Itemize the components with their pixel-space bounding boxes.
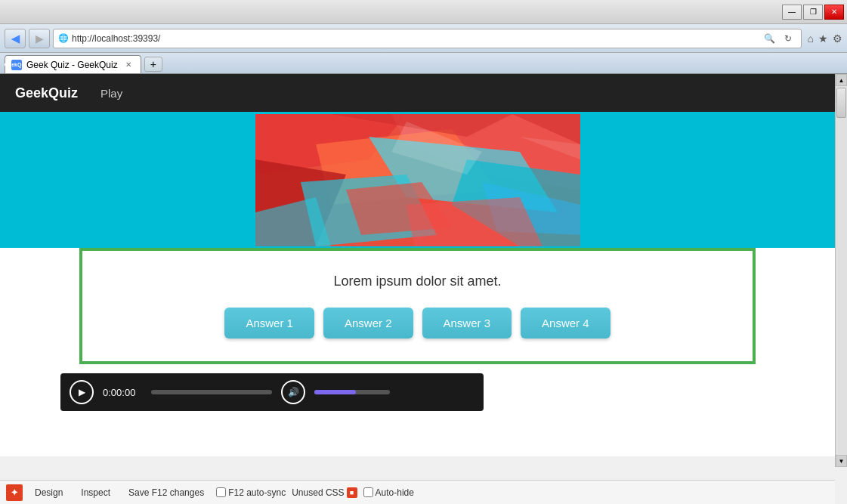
unused-css-label: Unused CSS [292, 487, 344, 498]
media-player: ▶ 0:00:00 🔊 [60, 373, 484, 411]
devtools-save-button[interactable]: Save F12 changes [122, 486, 210, 499]
restore-button[interactable]: ❐ [803, 5, 823, 20]
browser-right-icons: ⌂ ★ ⚙ [808, 32, 842, 45]
devtools-bar: ✦ Design Inspect Save F12 changes F12 au… [0, 480, 835, 504]
quiz-question: Lorem ipsum dolor sit amet. [333, 274, 501, 289]
tab-label: Geek Quiz - GeekQuiz [26, 60, 118, 70]
app-navbar: GeekQuiz Play [0, 74, 835, 112]
window-controls: — ❐ ✕ [782, 5, 844, 20]
nav-link-play[interactable]: Play [100, 87, 122, 100]
volume-button[interactable]: 🔊 [281, 380, 305, 404]
scroll-thumb[interactable] [836, 88, 846, 118]
tab-close-button[interactable]: ✕ [122, 59, 134, 71]
content-wrapper: GeekQuiz Play [0, 74, 835, 456]
favorites-icon[interactable]: ★ [818, 32, 828, 45]
app-brand: GeekQuiz [15, 85, 78, 101]
address-text: http://localhost:39393/ [72, 33, 759, 44]
address-icon: 🌐 [58, 33, 69, 43]
unused-css-wrapper: Unused CSS ■ [292, 487, 357, 498]
scrollbar: ▲ ▼ [835, 74, 847, 467]
browser-navbar: ◀ ▶ 🌐 http://localhost:39393/ 🔍 ↻ ⌂ ★ ⚙ [0, 24, 847, 53]
volume-bar[interactable] [314, 390, 390, 394]
answer-2-button[interactable]: Answer 2 [323, 308, 413, 339]
forward-button[interactable]: ▶ [29, 29, 50, 48]
devtools-design-button[interactable]: Design [29, 486, 69, 499]
progress-bar[interactable] [151, 390, 272, 394]
tab-favicon: GeekQuiz [11, 60, 22, 70]
search-button[interactable]: 🔍 [762, 30, 778, 47]
volume-icon: 🔊 [288, 387, 299, 397]
address-actions: 🔍 ↻ [762, 30, 796, 47]
f12-autosync-checkbox-wrapper: F12 auto-sync [216, 487, 286, 498]
refresh-button[interactable]: ↻ [780, 30, 796, 47]
play-icon: ▶ [79, 387, 85, 397]
close-button[interactable]: ✕ [824, 5, 844, 20]
browser-tabbar: GeekQuiz Geek Quiz - GeekQuiz ✕ + [0, 53, 847, 74]
f12-autosync-label: F12 auto-sync [228, 487, 286, 498]
devtools-logo: ✦ [6, 484, 23, 501]
svg-marker-14 [406, 197, 543, 246]
autohide-checkbox-wrapper: Auto-hide [363, 487, 414, 498]
time-display: 0:00:00 [103, 387, 142, 398]
browser-titlebar: — ❐ ✕ [0, 0, 847, 24]
new-tab-button[interactable]: + [144, 57, 162, 72]
answer-1-button[interactable]: Answer 1 [224, 308, 314, 339]
volume-fill [314, 390, 356, 394]
hero-section [0, 112, 835, 248]
f12-autosync-checkbox[interactable] [216, 487, 226, 497]
autohide-label: Auto-hide [376, 487, 414, 498]
home-icon[interactable]: ⌂ [808, 32, 814, 45]
devtools-inspect-button[interactable]: Inspect [75, 486, 116, 499]
media-player-wrapper: ▶ 0:00:00 🔊 [0, 364, 835, 456]
scroll-up-button[interactable]: ▲ [836, 74, 847, 86]
quiz-section: Lorem ipsum dolor sit amet. Answer 1 Ans… [79, 248, 756, 364]
scroll-down-button[interactable]: ▼ [836, 455, 847, 467]
minimize-button[interactable]: — [782, 5, 802, 20]
play-button[interactable]: ▶ [70, 380, 94, 404]
scroll-track[interactable] [836, 86, 847, 455]
active-tab[interactable]: GeekQuiz Geek Quiz - GeekQuiz ✕ [5, 55, 141, 73]
answer-4-button[interactable]: Answer 4 [521, 308, 611, 339]
address-bar[interactable]: 🌐 http://localhost:39393/ 🔍 ↻ [53, 29, 802, 48]
autohide-checkbox[interactable] [363, 487, 373, 497]
unused-css-badge: ■ [347, 487, 357, 498]
quiz-container: Lorem ipsum dolor sit amet. Answer 1 Ans… [0, 248, 835, 364]
back-button[interactable]: ◀ [5, 29, 26, 48]
settings-icon[interactable]: ⚙ [833, 32, 842, 45]
main-content: Lorem ipsum dolor sit amet. Answer 1 Ans… [0, 112, 835, 456]
hero-image [255, 114, 580, 246]
answer-buttons: Answer 1 Answer 2 Answer 3 Answer 4 [224, 308, 610, 339]
answer-3-button[interactable]: Answer 3 [422, 308, 512, 339]
